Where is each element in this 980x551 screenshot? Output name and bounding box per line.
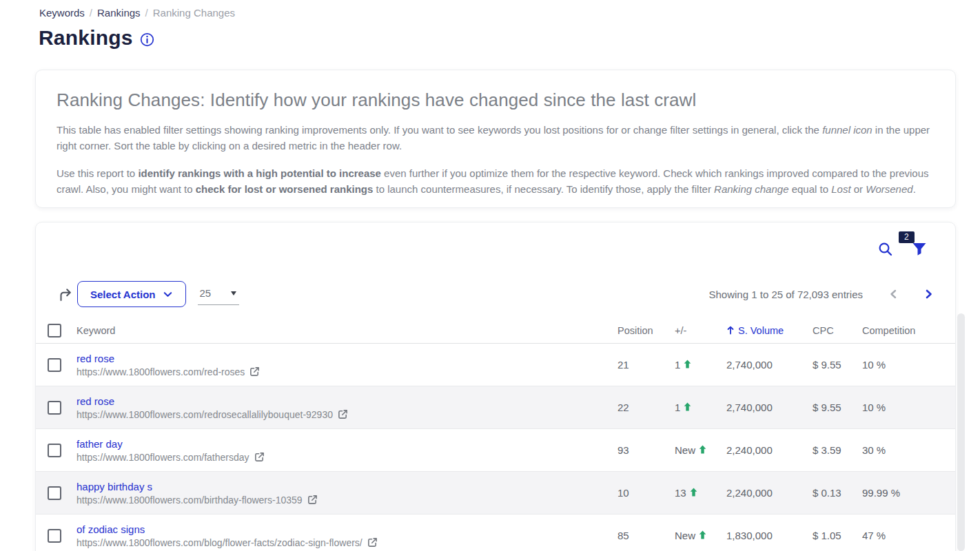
rankings-page: Keywords / Rankings / Ranking Changes Ra… [0, 0, 980, 551]
competition-value: 10 % [862, 359, 955, 371]
position-value: 93 [617, 444, 675, 456]
keyword-link[interactable]: of zodiac signs [76, 523, 145, 535]
breadcrumb-separator: / [90, 7, 92, 19]
change-up-arrow-icon [699, 530, 706, 539]
position-value: 22 [617, 402, 675, 413]
volume-value: 2,740,000 [726, 402, 813, 413]
change-value: 13 [675, 487, 686, 499]
sort-asc-icon [726, 326, 735, 335]
change-up-arrow-icon [699, 445, 706, 454]
row-checkbox[interactable] [48, 529, 61, 543]
title-row: Rankings [39, 26, 154, 50]
volume-value: 2,240,000 [726, 487, 813, 499]
select-action-label: Select Action [90, 289, 155, 300]
volume-value: 1,830,000 [726, 530, 813, 541]
volume-value: 2,240,000 [726, 444, 813, 456]
external-link-icon[interactable] [254, 452, 265, 462]
header-position[interactable]: Position [617, 325, 675, 336]
info-circle-icon[interactable] [140, 32, 154, 47]
table-body: red rose https://www.1800flowers.com/red… [36, 344, 955, 551]
intro-p2-bold-worsened: check for lost or worsened rankings [196, 183, 374, 195]
header-change[interactable]: +/- [675, 325, 726, 336]
filter-funnel[interactable]: 2 [911, 241, 928, 258]
intro-p2-filter-name: Ranking change [714, 183, 788, 195]
intro-card: Ranking Changes: Identify how your ranki… [35, 70, 956, 208]
cpc-value: $ 3.59 [813, 444, 862, 456]
keyword-url: https://www.1800flowers.com/fathersday [76, 452, 249, 463]
table-row: red rose https://www.1800flowers.com/red… [36, 344, 955, 386]
table-row: red rose https://www.1800flowers.com/red… [36, 386, 955, 429]
caret-down-icon [231, 291, 236, 295]
intro-p2-text: equal to [788, 183, 831, 195]
search-icon[interactable] [878, 242, 893, 257]
position-value: 21 [617, 359, 675, 371]
breadcrumb: Keywords / Rankings / Ranking Changes [39, 7, 235, 19]
intro-heading: Ranking Changes: Identify how your ranki… [57, 90, 935, 111]
change-value: New [675, 444, 695, 456]
select-all-checkbox[interactable] [48, 324, 61, 337]
intro-p2-filter-lost: Lost [831, 183, 850, 195]
intro-paragraph-1: This table has enabled filter settings s… [57, 122, 935, 154]
keyword-link[interactable]: red rose [76, 395, 114, 407]
header-competition[interactable]: Competition [862, 325, 955, 336]
table-row: happy birthday s https://www.1800flowers… [36, 472, 955, 514]
change-up-arrow-icon [690, 488, 697, 497]
intro-paragraph-2: Use this report to identify rankings wit… [57, 165, 935, 198]
intro-p1-funnel-icon-ref: funnel icon [822, 124, 872, 136]
chevron-down-icon [163, 289, 173, 300]
page-size-select[interactable]: 25 [198, 283, 239, 305]
keyword-url: https://www.1800flowers.com/birthday-flo… [76, 495, 303, 506]
header-keyword[interactable]: Keyword [76, 325, 617, 336]
export-icon[interactable] [58, 287, 73, 302]
select-action-button[interactable]: Select Action [77, 281, 186, 307]
pagination-next-icon[interactable] [922, 288, 935, 300]
header-cpc[interactable]: CPC [813, 325, 862, 336]
keyword-link[interactable]: happy birthday s [76, 481, 152, 492]
filter-count-badge: 2 [899, 231, 915, 243]
table-row: of zodiac signs https://www.1800flowers.… [36, 514, 955, 551]
change-value: 1 [675, 402, 680, 413]
cpc-value: $ 0.13 [813, 487, 862, 499]
intro-p1-text: This table has enabled filter settings s… [57, 124, 822, 136]
funnel-icon [911, 241, 928, 258]
table-header-row: Keyword Position +/- S. Volume CPC Compe… [36, 318, 955, 344]
rankings-table: Keyword Position +/- S. Volume CPC Compe… [36, 318, 955, 551]
page-size-value: 25 [199, 287, 211, 299]
row-checkbox[interactable] [48, 358, 61, 372]
competition-value: 47 % [862, 530, 955, 541]
table-actions: 2 [878, 241, 928, 258]
competition-value: 10 % [862, 402, 955, 413]
intro-p2-text: to launch countermeasures, if necessary.… [373, 183, 714, 195]
cpc-value: $ 1.05 [813, 530, 862, 541]
pagination-prev-icon[interactable] [888, 288, 900, 300]
external-link-icon[interactable] [307, 495, 318, 505]
header-volume-label: S. Volume [738, 325, 784, 336]
intro-p2-bold-increase: identify rankings with a high potential … [138, 167, 381, 179]
cpc-value: $ 9.55 [813, 402, 862, 413]
keyword-url: https://www.1800flowers.com/redrosecalla… [76, 409, 333, 420]
ranking-table-card: 2 Select Action 25 [35, 222, 956, 551]
change-up-arrow-icon [684, 402, 691, 411]
external-link-icon[interactable] [249, 366, 260, 377]
keyword-link[interactable]: red rose [76, 353, 114, 364]
position-value: 10 [617, 487, 675, 499]
breadcrumb-ranking-changes: Ranking Changes [153, 7, 235, 19]
table-toolbar: Select Action 25 Showing 1 to 25 of 72,0… [36, 280, 955, 308]
breadcrumb-rankings[interactable]: Rankings [97, 7, 141, 19]
keyword-url: https://www.1800flowers.com/red-roses [76, 366, 245, 377]
row-checkbox[interactable] [48, 486, 61, 500]
table-row: father day https://www.1800flowers.com/f… [36, 429, 955, 472]
external-link-icon[interactable] [338, 409, 348, 419]
header-volume[interactable]: S. Volume [726, 325, 813, 336]
scrollbar[interactable] [957, 313, 965, 551]
external-link-icon[interactable] [367, 537, 378, 548]
intro-p2-text: Use this report to [57, 167, 138, 179]
competition-value: 99.99 % [862, 487, 955, 499]
row-checkbox[interactable] [48, 401, 61, 415]
breadcrumb-keywords[interactable]: Keywords [39, 7, 85, 19]
change-up-arrow-icon [684, 360, 691, 368]
keyword-link[interactable]: father day [76, 438, 123, 450]
volume-value: 2,740,000 [726, 359, 813, 371]
showing-entries-text: Showing 1 to 25 of 72,093 entries [709, 289, 864, 300]
row-checkbox[interactable] [48, 444, 61, 457]
